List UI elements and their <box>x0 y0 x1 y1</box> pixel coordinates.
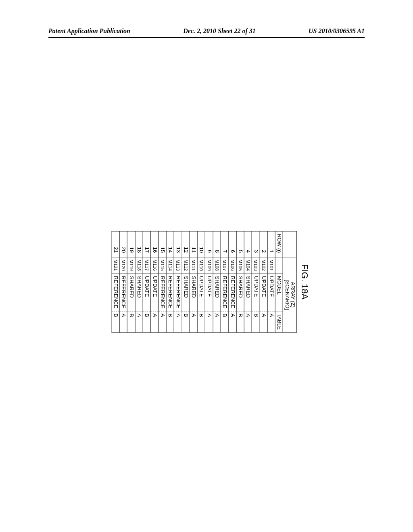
cell-table: A <box>159 311 166 332</box>
cell-mid: M120 <box>119 257 127 274</box>
header-right: US 2010/0306595 A1 <box>309 27 365 35</box>
cell-mid: M121 <box>112 257 119 274</box>
table-body: 1M101UPDATEA2M102UPDATEA3M103UPDATEB4M10… <box>112 231 275 332</box>
cell-table: B <box>221 311 228 332</box>
cell-model: SHARED <box>236 273 244 311</box>
cell-row-index: 5 <box>236 231 244 257</box>
cell-mid: M104 <box>244 257 252 274</box>
figure-label: FIG. 18A <box>299 231 310 332</box>
header-table: TABLE <box>275 311 283 332</box>
header-blank-2 <box>275 257 283 274</box>
cell-table: A <box>228 311 236 332</box>
table-row: 6M106REFERENCEA <box>228 231 236 332</box>
cell-mid: M116 <box>150 257 158 274</box>
cell-model: UPDATE <box>197 273 205 311</box>
cell-table: A <box>205 311 213 332</box>
cell-model: REFERENCE <box>221 273 228 311</box>
cell-mid: M114 <box>166 257 174 274</box>
cell-mid: M109 <box>205 257 213 274</box>
table-row: 21M121REFERENCEB <box>112 231 119 332</box>
cell-mid: M115 <box>159 257 166 274</box>
cell-mid: M103 <box>252 257 259 274</box>
cell-model: UPDATE <box>260 273 267 311</box>
cell-table: B <box>197 311 205 332</box>
cell-row-index: 6 <box>228 231 236 257</box>
cell-row-index: 13 <box>174 231 181 257</box>
cell-model: SHARED <box>213 273 221 311</box>
table-row: 15M115REFERENCEA <box>159 231 166 332</box>
cell-table: A <box>267 311 275 332</box>
scenario-table: ARRAY (Z) [SCENARIO] ROW (i) MODEL TABLE… <box>112 231 297 332</box>
table-row: 12M112SHAREDB <box>182 231 190 332</box>
cell-model: SHARED <box>190 273 197 311</box>
header-rule <box>48 37 365 38</box>
cell-table: A <box>260 311 267 332</box>
cell-model: UPDATE <box>150 273 158 311</box>
cell-row-index: 19 <box>127 231 135 257</box>
cell-row-index: 12 <box>182 231 190 257</box>
cell-table: B <box>252 311 259 332</box>
cell-model: REFERENCE <box>119 273 127 311</box>
cell-table: B <box>166 311 174 332</box>
cell-model: SHARED <box>244 273 252 311</box>
cell-model: UPDATE <box>267 273 275 311</box>
cell-mid: M118 <box>135 257 143 274</box>
table-row: 4M104SHAREDA <box>244 231 252 332</box>
cell-model: REFERENCE <box>112 273 119 311</box>
cell-model: REFERENCE <box>228 273 236 311</box>
cell-row-index: 16 <box>150 231 158 257</box>
cell-table: B <box>182 311 190 332</box>
cell-model: UPDATE <box>205 273 213 311</box>
cell-mid: M105 <box>236 257 244 274</box>
table-row: 17M117UPDATEB <box>143 231 150 332</box>
header-blank-1 <box>283 231 297 257</box>
cell-table: B <box>112 311 119 332</box>
cell-mid: M106 <box>228 257 236 274</box>
cell-mid: M108 <box>213 257 221 274</box>
header-scenario: ARRAY (Z) [SCENARIO] <box>283 257 297 332</box>
cell-table: A <box>135 311 143 332</box>
table-row: 8M108SHAREDA <box>213 231 221 332</box>
cell-mid: M111 <box>190 257 197 274</box>
table-row: 5M105SHAREDB <box>236 231 244 332</box>
header-left: Patent Application Publication <box>48 27 130 35</box>
cell-table: B <box>143 311 150 332</box>
table-row: 13M113REFERENCEA <box>174 231 181 332</box>
cell-mid: M112 <box>182 257 190 274</box>
table-row: 1M101UPDATEA <box>267 231 275 332</box>
table-row: 7M107REFERENCEB <box>221 231 228 332</box>
table-row: 11M111SHAREDA <box>190 231 197 332</box>
cell-table: B <box>236 311 244 332</box>
cell-row-index: 15 <box>159 231 166 257</box>
table-row: 19M119SHAREDB <box>127 231 135 332</box>
cell-mid: M117 <box>143 257 150 274</box>
cell-row-index: 2 <box>260 231 267 257</box>
cell-mid: M113 <box>174 257 181 274</box>
cell-table: A <box>213 311 221 332</box>
table-row: 2M102UPDATEA <box>260 231 267 332</box>
cell-row-index: 20 <box>119 231 127 257</box>
table-row: 20M120REFERENCEA <box>119 231 127 332</box>
cell-row-index: 9 <box>205 231 213 257</box>
cell-model: REFERENCE <box>174 273 181 311</box>
figure-18a: FIG. 18A ARRAY (Z) [SCENARIO] ROW (i) MO… <box>112 231 310 332</box>
table-row: 18M118SHAREDA <box>135 231 143 332</box>
cell-table: A <box>119 311 127 332</box>
cell-row-index: 1 <box>267 231 275 257</box>
table-row: 10M110UPDATEB <box>197 231 205 332</box>
cell-model: SHARED <box>135 273 143 311</box>
cell-row-index: 17 <box>143 231 150 257</box>
cell-model: UPDATE <box>143 273 150 311</box>
table-row: 9M109UPDATEA <box>205 231 213 332</box>
cell-model: SHARED <box>127 273 135 311</box>
cell-row-index: 10 <box>197 231 205 257</box>
header-model: MODEL <box>275 273 283 311</box>
header-row-i: ROW (i) <box>275 231 283 257</box>
cell-row-index: 8 <box>213 231 221 257</box>
table-row: 14M114REFERENCEB <box>166 231 174 332</box>
cell-row-index: 11 <box>190 231 197 257</box>
cell-model: UPDATE <box>252 273 259 311</box>
cell-row-index: 4 <box>244 231 252 257</box>
cell-row-index: 14 <box>166 231 174 257</box>
cell-mid: M119 <box>127 257 135 274</box>
